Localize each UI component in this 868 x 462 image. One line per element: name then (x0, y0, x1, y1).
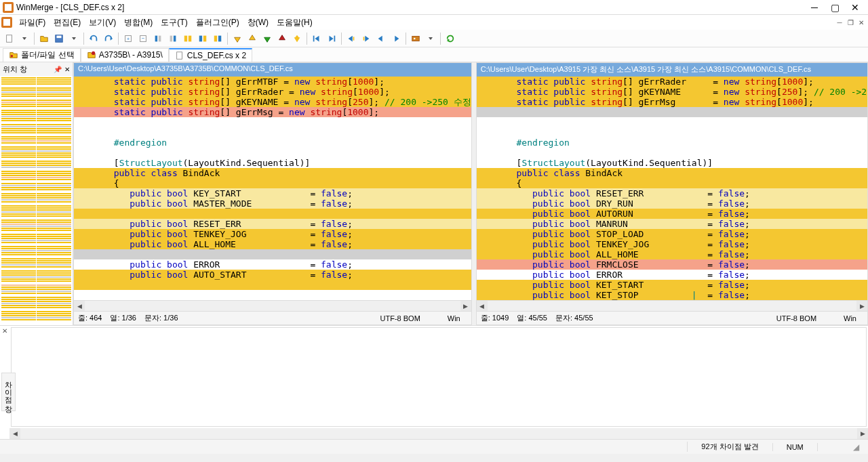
tab-folder-compare[interactable]: A3735B\ - A3915\ (81, 48, 169, 62)
code-line[interactable]: static public string[] gErrRader = new s… (477, 77, 867, 87)
code-line[interactable] (477, 107, 867, 117)
menu-plugins[interactable]: 플러그인(P) (192, 16, 243, 30)
diff-pane-tab[interactable]: 차이점 창 (1, 373, 16, 411)
menu-window[interactable]: 창(W) (243, 16, 273, 30)
scroll-right-icon[interactable]: ▶ (856, 301, 867, 312)
code-line[interactable] (477, 117, 867, 127)
view3-button[interactable] (181, 32, 195, 45)
scroll-track[interactable] (20, 428, 857, 439)
code-line[interactable]: public bool TENKEY_JOG = false; (74, 229, 471, 239)
menu-view[interactable]: 보기(V) (85, 16, 120, 30)
prev-right-button[interactable] (344, 32, 358, 45)
code-line[interactable]: public bool STOP_LOAD = false; (477, 229, 867, 239)
maximize-button[interactable]: ▢ (825, 0, 845, 15)
view1-button[interactable] (151, 32, 165, 45)
next-diff2-button[interactable] (260, 32, 274, 45)
code-line[interactable] (477, 127, 867, 138)
menu-file[interactable]: 파일(F) (15, 16, 50, 30)
bottom-close-icon[interactable]: ✕ (0, 326, 9, 335)
minimap-left[interactable] (1, 77, 36, 324)
open-button[interactable] (37, 32, 51, 45)
zoom-out-button[interactable]: − (136, 32, 150, 45)
code-line[interactable] (74, 280, 471, 290)
scroll-right-icon[interactable]: ▶ (857, 428, 868, 439)
tab-folder-select[interactable]: 폴더/파일 선택 (3, 48, 81, 62)
code-line[interactable] (74, 127, 471, 138)
code-line[interactable]: public bool ALL_HOME = false; (477, 249, 867, 259)
code-line[interactable] (74, 249, 471, 259)
options-button[interactable] (409, 32, 422, 45)
code-line[interactable]: public bool ALL_HOME = false; (74, 239, 471, 249)
new-dropdown-button[interactable] (18, 32, 31, 45)
mdi-restore-button[interactable]: ❐ (845, 17, 856, 28)
code-line[interactable]: public bool RESET_ERR = false; (74, 219, 471, 229)
minimap[interactable] (0, 76, 73, 325)
code-line[interactable]: public bool MANRUN = false; (477, 219, 867, 229)
code-line[interactable]: public bool TENKEY_JOG = false; (477, 239, 867, 249)
right-file-path[interactable]: C:\Users\User\Desktop\A3915 가장 최신 소스\A39… (477, 63, 867, 77)
prev-diff-button[interactable] (245, 32, 259, 45)
minimize-button[interactable]: ─ (804, 0, 825, 15)
code-line[interactable]: [StructLayout(LayoutKind.Sequential)] (477, 158, 867, 168)
zoom-in-button[interactable]: + (121, 32, 135, 45)
prev-conflict-button[interactable] (374, 32, 388, 45)
code-line[interactable]: public bool AUTO_START = false; (74, 270, 471, 280)
code-line[interactable]: #endregion (477, 138, 867, 148)
prev-diff2-button[interactable] (275, 32, 289, 45)
tab-file-compare[interactable]: CLS_DEF.cs x 2 (169, 48, 252, 62)
code-line[interactable]: { (477, 178, 867, 188)
save-dropdown-button[interactable] (67, 32, 81, 45)
code-line[interactable] (477, 148, 867, 158)
mdi-close-button[interactable]: ✕ (856, 17, 867, 28)
code-line[interactable]: public bool AUTORUN = false; (477, 209, 867, 219)
refresh-button[interactable] (443, 32, 457, 45)
menu-tools[interactable]: 도구(T) (157, 16, 191, 30)
scroll-left-icon[interactable]: ◀ (477, 301, 488, 312)
current-diff-button[interactable] (290, 32, 304, 45)
next-diff-button[interactable] (231, 32, 244, 45)
code-line[interactable]: public bool RESET_ERR = false; (477, 188, 867, 198)
code-line[interactable]: static public string[] gErrMsg = new str… (477, 97, 867, 107)
bottom-hscroll[interactable]: ◀ ▶ (9, 428, 868, 439)
code-line[interactable]: static public string[] gErrRader = new s… (74, 87, 471, 97)
redo-button[interactable] (102, 32, 115, 45)
left-content[interactable]: static public string[] gErrMTBF = new st… (74, 77, 471, 300)
minimap-right[interactable] (37, 77, 71, 324)
code-line[interactable]: [StructLayout(LayoutKind.Sequential)] (74, 158, 471, 168)
mdi-minimize-button[interactable]: ─ (834, 17, 845, 28)
code-line[interactable]: public bool DRY_RUN = false; (477, 198, 867, 209)
scroll-track[interactable] (488, 301, 856, 312)
undo-button[interactable] (87, 32, 100, 45)
left-hscroll[interactable]: ◀ ▶ (74, 300, 471, 311)
menu-merge[interactable]: 병합(M) (120, 16, 157, 30)
view2-button[interactable] (166, 32, 180, 45)
code-line[interactable] (74, 148, 471, 158)
code-line[interactable]: public bool KET_STOP | = false; (477, 290, 867, 300)
code-line[interactable]: public bool KEY_START = false; (74, 188, 471, 198)
code-line[interactable]: public bool KET_START = false; (477, 280, 867, 290)
code-line[interactable]: static public string[] gKEYNAME = new st… (477, 87, 867, 97)
scroll-track[interactable] (85, 301, 460, 312)
right-content[interactable]: static public string[] gErrRader = new s… (477, 77, 867, 300)
code-line[interactable]: #endregion (74, 138, 471, 148)
menu-help[interactable]: 도움말(H) (273, 16, 317, 30)
code-line[interactable]: public class BindAck (74, 168, 471, 178)
code-line[interactable]: public class BindAck (477, 168, 867, 178)
left-file-path[interactable]: C:\Users\User\Desktop\A3735B\A3735B\COMM… (74, 63, 471, 77)
code-line[interactable]: static public string[] gErrMTBF = new st… (74, 77, 471, 87)
scroll-left-icon[interactable]: ◀ (9, 428, 20, 439)
last-diff-button[interactable] (325, 32, 338, 45)
next-right-button[interactable] (359, 32, 373, 45)
close-icon[interactable]: ✕ (64, 66, 70, 73)
close-button[interactable]: ✕ (845, 0, 865, 15)
code-line[interactable]: { (74, 178, 471, 188)
bottom-content[interactable] (11, 327, 867, 427)
scroll-left-icon[interactable]: ◀ (74, 301, 85, 312)
code-line[interactable]: static public string[] gKEYNAME = new st… (74, 97, 471, 107)
first-diff-button[interactable] (310, 32, 323, 45)
code-line[interactable] (74, 117, 471, 127)
pin-icon[interactable]: 📌 (54, 66, 62, 73)
resize-grip-icon[interactable]: ◢ (853, 442, 864, 452)
code-line[interactable]: public bool ERROR = false; (74, 259, 471, 270)
scroll-right-icon[interactable]: ▶ (460, 301, 471, 312)
